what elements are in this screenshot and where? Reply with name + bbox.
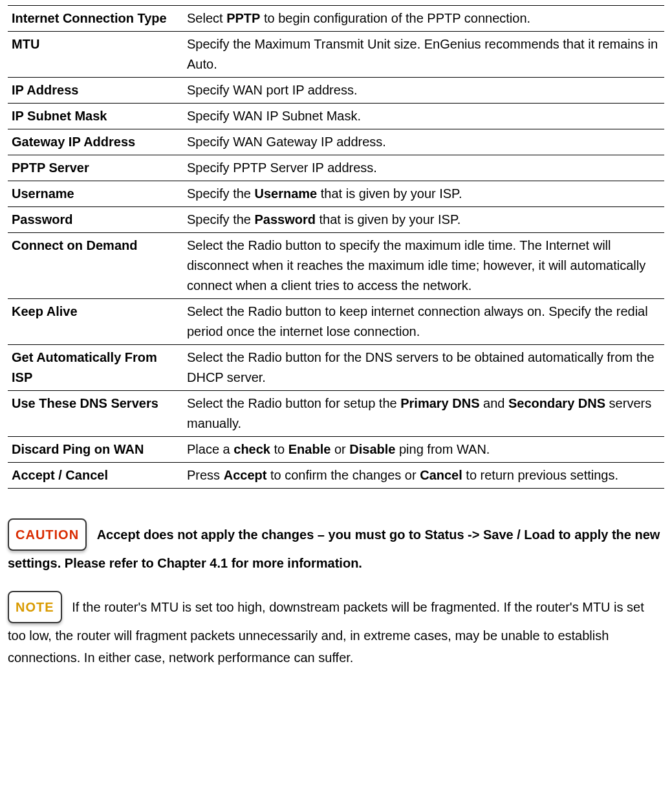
setting-label: Use These DNS Servers xyxy=(8,391,183,437)
settings-table: Internet Connection TypeSelect PPTP to b… xyxy=(8,5,664,489)
note-text: If the router's MTU is set too high, dow… xyxy=(8,600,644,665)
note-block: NOTE If the router's MTU is set too high… xyxy=(8,592,664,669)
setting-label: Password xyxy=(8,207,183,233)
setting-label: PPTP Server xyxy=(8,155,183,181)
setting-label: Gateway IP Address xyxy=(8,129,183,155)
table-row: Use These DNS ServersSelect the Radio bu… xyxy=(8,391,664,437)
table-row: Keep AliveSelect the Radio button to kee… xyxy=(8,299,664,345)
caution-text: Accept does not apply the changes – you … xyxy=(8,527,660,570)
setting-label: Discard Ping on WAN xyxy=(8,437,183,463)
setting-description: Specify WAN port IP address. xyxy=(183,78,664,104)
setting-label: IP Subnet Mask xyxy=(8,104,183,129)
table-row: IP AddressSpecify WAN port IP address. xyxy=(8,78,664,104)
table-row: Connect on DemandSelect the Radio button… xyxy=(8,233,664,299)
setting-description: Specify the Username that is given by yo… xyxy=(183,181,664,207)
table-row: MTUSpecify the Maximum Transmit Unit siz… xyxy=(8,32,664,78)
setting-description: Press Accept to confirm the changes or C… xyxy=(183,463,664,489)
setting-description: Place a check to Enable or Disable ping … xyxy=(183,437,664,463)
setting-description: Select the Radio button for the DNS serv… xyxy=(183,345,664,391)
table-row: Accept / CancelPress Accept to confirm t… xyxy=(8,463,664,489)
setting-description: Specify the Maximum Transmit Unit size. … xyxy=(183,32,664,78)
setting-description: Select the Radio button to specify the m… xyxy=(183,233,664,299)
setting-description: Specify the Password that is given by yo… xyxy=(183,207,664,233)
setting-label: Username xyxy=(8,181,183,207)
table-row: UsernameSpecify the Username that is giv… xyxy=(8,181,664,207)
table-row: Gateway IP AddressSpecify WAN Gateway IP… xyxy=(8,129,664,155)
setting-label: Keep Alive xyxy=(8,299,183,345)
table-row: PasswordSpecify the Password that is giv… xyxy=(8,207,664,233)
setting-description: Select PPTP to begin configuration of th… xyxy=(183,6,664,32)
setting-description: Specify WAN IP Subnet Mask. xyxy=(183,104,664,129)
setting-label: Internet Connection Type xyxy=(8,6,183,32)
table-row: IP Subnet MaskSpecify WAN IP Subnet Mask… xyxy=(8,104,664,129)
table-row: PPTP ServerSpecify PPTP Server IP addres… xyxy=(8,155,664,181)
setting-description: Specify WAN Gateway IP address. xyxy=(183,129,664,155)
table-row: Internet Connection TypeSelect PPTP to b… xyxy=(8,6,664,32)
caution-icon: CAUTION xyxy=(8,518,87,551)
caution-block: CAUTION Accept does not apply the change… xyxy=(8,520,664,574)
setting-label: Connect on Demand xyxy=(8,233,183,299)
note-icon: NOTE xyxy=(8,591,62,623)
setting-description: Select the Radio button for setup the Pr… xyxy=(183,391,664,437)
setting-description: Select the Radio button to keep internet… xyxy=(183,299,664,345)
setting-label: MTU xyxy=(8,32,183,78)
setting-description: Specify PPTP Server IP address. xyxy=(183,155,664,181)
table-row: Get Automatically From ISPSelect the Rad… xyxy=(8,345,664,391)
setting-label: Get Automatically From ISP xyxy=(8,345,183,391)
table-row: Discard Ping on WANPlace a check to Enab… xyxy=(8,437,664,463)
setting-label: Accept / Cancel xyxy=(8,463,183,489)
setting-label: IP Address xyxy=(8,78,183,104)
